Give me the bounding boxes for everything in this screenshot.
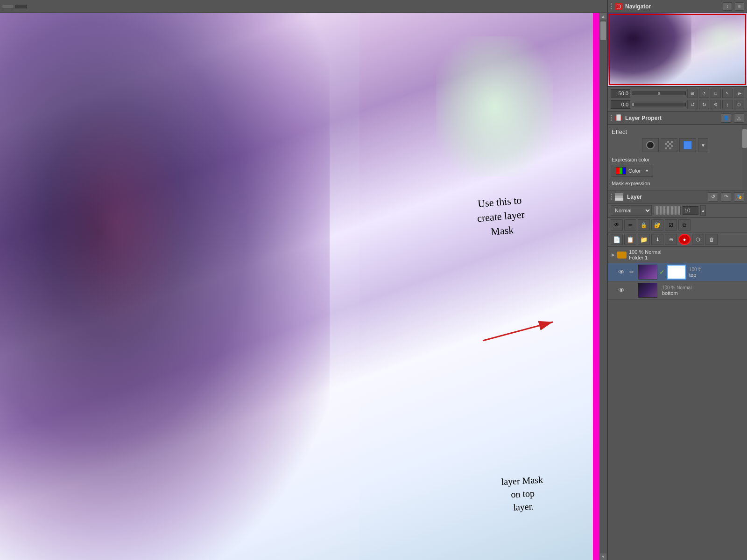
- layer-properties-panel-icon: [615, 114, 622, 122]
- layer-tool-brush[interactable]: ✏: [624, 219, 636, 231]
- magenta-edge: [593, 13, 599, 560]
- layer-action-delete[interactable]: 🗑: [705, 234, 718, 245]
- pink-overlay: [47, 106, 187, 340]
- layer-bottom-info: 100 % Normal bottom: [662, 285, 743, 296]
- layer-top-mask-thumbnail[interactable]: [667, 265, 686, 280]
- toolbar-tab-2[interactable]: [15, 5, 27, 8]
- layer-tool-extra[interactable]: ⧉: [678, 219, 691, 231]
- folder-item[interactable]: ▶ 100 % Normal Folder 1: [608, 247, 747, 263]
- navigator-title: Navigator: [625, 3, 720, 10]
- navigator-options-btn[interactable]: ↕: [723, 2, 732, 11]
- color-label: Color: [628, 168, 641, 174]
- rot-btn-1[interactable]: ↺: [687, 100, 698, 109]
- layer-bottom-thumbnail[interactable]: [638, 283, 657, 298]
- layer-panel-mask-btn[interactable]: 🎭: [734, 192, 744, 202]
- light-area: [436, 36, 553, 176]
- mask-expression-label: Mask expression: [612, 181, 739, 186]
- opacity-input[interactable]: [683, 206, 698, 215]
- layer-action-clip[interactable]: ⬡: [692, 234, 704, 245]
- zoom-slider[interactable]: [632, 91, 686, 95]
- effect-section-label: Effect: [612, 128, 739, 135]
- layer-panel-undo-btn[interactable]: ↺: [708, 192, 718, 202]
- layer-properties-content: Effect ▼ Expression color: [608, 125, 747, 190]
- opacity-spin-up[interactable]: ▲: [700, 205, 706, 216]
- layer-action-copy[interactable]: 📋: [624, 234, 636, 245]
- effect-btn-blue[interactable]: [679, 138, 696, 152]
- rot-btn-3[interactable]: ⚙: [711, 100, 721, 109]
- opacity-preview: [654, 206, 681, 215]
- layer-item-top[interactable]: 👁 ✏ ✓ 100 % top: [608, 263, 747, 281]
- layer-actions-row: 📄 📋 📁 ⬇ ⊕ ● ⬡ 🗑: [608, 232, 747, 247]
- layer-top-info: 100 % top: [689, 267, 743, 278]
- canvas-scrollbar-vertical[interactable]: ▲ ▼: [599, 13, 607, 560]
- layer-bottom-visibility[interactable]: 👁: [617, 286, 626, 294]
- rot-btn-4[interactable]: ↕: [722, 100, 733, 109]
- navigator-controls: ⊞ ↺ □ ↖ ⌲ ↺ ↻ ⚙ ↕ ⬡: [608, 87, 747, 112]
- navigator-thumbnail[interactable]: [608, 13, 747, 87]
- toolbar-tab-1[interactable]: [2, 5, 14, 8]
- layer-properties-header: Layer Propert 👤 △: [608, 112, 747, 125]
- navigator-header: Navigator ↕ ≡: [608, 0, 747, 13]
- blend-mode-select[interactable]: Normal Multiply Screen Overlay: [611, 205, 652, 216]
- zoom-square-btn[interactable]: □: [711, 89, 721, 98]
- layer-icon: [615, 193, 624, 201]
- layer-tool-lock2[interactable]: 🔐: [651, 219, 663, 231]
- layer-top-thumbnail[interactable]: [638, 265, 657, 280]
- grip-icon-2: [611, 115, 612, 121]
- properties-scrollbar[interactable]: [742, 125, 747, 190]
- layer-action-new[interactable]: 📄: [611, 234, 623, 245]
- grip-icon-3: [611, 194, 612, 200]
- rotation-slider[interactable]: [632, 103, 686, 106]
- layer-tool-eye[interactable]: 👁: [611, 219, 623, 231]
- layer-tools-row: 👁 ✏ 🔒 🔐 ☑ ⧉: [608, 218, 747, 232]
- layer-prop-icon-btn[interactable]: 👤: [721, 113, 731, 123]
- zoom-cursor-btn[interactable]: ↖: [722, 89, 733, 98]
- layer-top-edit[interactable]: ✏: [627, 268, 636, 276]
- top-toolbar: [0, 0, 607, 13]
- rotation-input[interactable]: [611, 100, 630, 109]
- layer-list[interactable]: ▶ 100 % Normal Folder 1 👁 ✏ ✓ 100 % top: [608, 247, 747, 560]
- layer-bottom-edit[interactable]: [627, 286, 636, 294]
- canvas-area[interactable]: Use this to create layer Mask layer Mask…: [0, 0, 607, 560]
- layer-tool-lock[interactable]: 🔒: [638, 219, 650, 231]
- layer-action-merge[interactable]: ⊕: [665, 234, 677, 245]
- color-btn-row: Color ▼: [612, 165, 739, 177]
- layer-list-empty: [608, 300, 747, 337]
- navigator-menu-btn[interactable]: ≡: [735, 2, 744, 11]
- zoom-rotate-btn[interactable]: ↺: [699, 89, 709, 98]
- folder-expand-arrow[interactable]: ▶: [612, 252, 615, 257]
- nav-thumb-light: [696, 18, 745, 58]
- checker-icon: [665, 141, 673, 149]
- rot-btn-2[interactable]: ↻: [699, 100, 709, 109]
- layer-panel-redo-btn[interactable]: ↷: [721, 192, 731, 202]
- zoom-extra-btn[interactable]: ⌲: [734, 89, 744, 98]
- nav-thumb-figure: [608, 13, 691, 86]
- artwork-canvas[interactable]: Use this to create layer Mask layer Mask…: [0, 13, 599, 560]
- layer-panel-header: Layer ↺ ↷ 🎭: [608, 190, 747, 203]
- expression-color-label: Expression color: [612, 157, 739, 162]
- color-dropdown-arrow: ▼: [645, 168, 649, 173]
- effect-dropdown-btn[interactable]: ▼: [698, 138, 708, 152]
- layer-action-folder[interactable]: 📁: [638, 234, 650, 245]
- right-panel: Navigator ↕ ≡ ⊞ ↺ □ ↖ ⌲: [607, 0, 747, 560]
- layer-prop-triangle-btn[interactable]: △: [734, 113, 744, 123]
- grip-icon: [611, 3, 612, 9]
- layer-action-down[interactable]: ⬇: [651, 234, 663, 245]
- layer-item-bottom[interactable]: 👁 100 % Normal bottom: [608, 281, 747, 300]
- blue-square-icon: [684, 141, 692, 149]
- layer-tool-select[interactable]: ☑: [665, 219, 677, 231]
- effect-buttons-row: ▼: [612, 138, 739, 152]
- zoom-fit-btn[interactable]: ⊞: [687, 89, 698, 98]
- effect-btn-checker[interactable]: [661, 138, 677, 152]
- zoom-input[interactable]: [611, 89, 630, 98]
- color-picker-btn[interactable]: Color ▼: [612, 165, 653, 177]
- rot-btn-5[interactable]: ⬡: [734, 100, 744, 109]
- annotation-layer-mask: layer Mask on top layer.: [500, 473, 544, 515]
- effect-btn-circle[interactable]: [642, 138, 659, 152]
- layer-properties-title: Layer Propert: [625, 115, 718, 121]
- layer-action-mask[interactable]: ●: [678, 234, 691, 245]
- folder-icon: [617, 252, 627, 259]
- layer-top-visibility[interactable]: 👁: [617, 268, 626, 276]
- zoom-row: ⊞ ↺ □ ↖ ⌲: [611, 88, 744, 98]
- navigator-panel-icon: [615, 3, 622, 10]
